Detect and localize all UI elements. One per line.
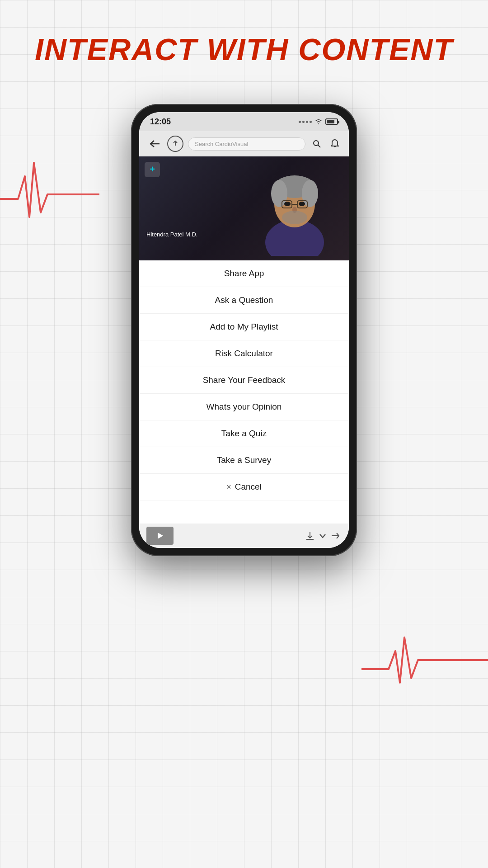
- menu-item-share-app[interactable]: Share App: [139, 260, 349, 287]
- share-icon-button[interactable]: [329, 529, 342, 542]
- upload-button[interactable]: [167, 136, 183, 152]
- menu-item-risk-calculator[interactable]: Risk Calculator: [139, 340, 349, 367]
- bell-icon: [331, 139, 339, 148]
- svg-text:+: +: [150, 164, 155, 174]
- search-placeholder-text: Search CardioVisual: [195, 141, 248, 147]
- nav-bar: Search CardioVisual: [139, 131, 349, 156]
- video-thumbnail-ctrl: [146, 527, 174, 545]
- signal-dot-4: [310, 121, 312, 123]
- svg-marker-18: [158, 533, 163, 539]
- svg-line-2: [318, 145, 321, 148]
- menu-item-ask-question[interactable]: Ask a Question: [139, 287, 349, 314]
- bottom-controls: [139, 524, 349, 548]
- ekg-line-right: [361, 624, 488, 696]
- search-bar[interactable]: Search CardioVisual: [188, 137, 305, 151]
- search-icon-button[interactable]: [310, 137, 324, 151]
- status-time: 12:05: [150, 117, 171, 127]
- cancel-x-icon: ×: [226, 482, 231, 492]
- share-icon: [330, 531, 340, 541]
- notification-bell-button[interactable]: [328, 137, 342, 151]
- svg-point-11: [284, 202, 291, 206]
- page-title: INTERACT WITH CONTENT: [0, 32, 488, 67]
- signal-dot-1: [299, 121, 301, 123]
- doctor-image: [254, 161, 335, 256]
- cancel-label: Cancel: [235, 482, 262, 492]
- upload-icon: [172, 140, 179, 147]
- signal-dots: [299, 121, 312, 123]
- svg-point-12: [299, 202, 305, 206]
- menu-item-take-survey[interactable]: Take a Survey: [139, 447, 349, 474]
- back-arrow-icon: [150, 140, 160, 148]
- doctor-name: Hitendra Patel M.D.: [146, 231, 197, 238]
- cancel-button[interactable]: × Cancel: [139, 474, 349, 500]
- play-icon: [156, 532, 164, 540]
- svg-point-1: [314, 141, 319, 146]
- signal-dot-3: [306, 121, 308, 123]
- status-bar: 12:05: [139, 112, 349, 131]
- download-icon: [305, 531, 315, 541]
- menu-item-take-quiz[interactable]: Take a Quiz: [139, 420, 349, 447]
- phone-outer-shell: 12:05: [131, 104, 357, 556]
- status-icons: [299, 118, 338, 125]
- menu-item-add-playlist[interactable]: Add to My Playlist: [139, 314, 349, 340]
- doctor-silhouette: [254, 161, 335, 256]
- chevron-down-icon: [318, 531, 328, 541]
- download-icon-button[interactable]: [304, 529, 316, 542]
- menu-item-opinion[interactable]: Whats your Opinion: [139, 394, 349, 420]
- signal-dot-2: [302, 121, 305, 123]
- search-icon: [313, 140, 321, 148]
- context-menu-sheet: Share App Ask a Question Add to My Playl…: [139, 260, 349, 524]
- cardiovisual-logo: +: [145, 162, 160, 177]
- wifi-icon: [314, 118, 323, 125]
- svg-point-14: [282, 211, 307, 224]
- back-button[interactable]: [146, 136, 163, 152]
- ekg-line-left: [0, 154, 99, 235]
- battery-icon: [325, 118, 338, 125]
- menu-item-share-feedback[interactable]: Share Your Feedback: [139, 367, 349, 394]
- phone-device: 12:05: [131, 104, 357, 556]
- chevron-down-icon-button[interactable]: [316, 529, 329, 542]
- phone-screen: 12:05: [139, 112, 349, 548]
- video-area: +: [139, 156, 349, 260]
